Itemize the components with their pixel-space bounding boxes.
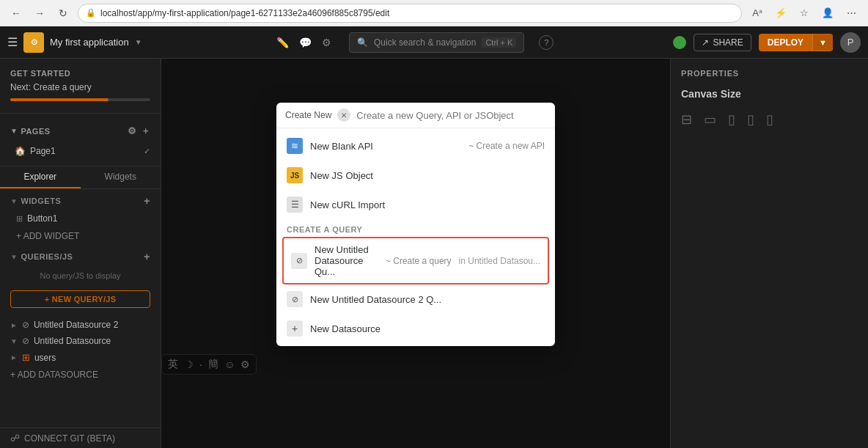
queries-subsection-header: ▼ QUERIES/JS + bbox=[0, 245, 161, 265]
size-mobile-large[interactable]: ▯ bbox=[747, 111, 754, 128]
queries-add-button[interactable]: + bbox=[144, 251, 150, 262]
new-curl-import-item[interactable]: ☰ New cURL Import bbox=[276, 190, 555, 219]
users-expand-icon: ► bbox=[10, 353, 18, 361]
search-icon: 🔍 bbox=[357, 37, 368, 48]
users-icon: ⊞ bbox=[22, 352, 30, 363]
widgets-section-label: WIDGETS bbox=[21, 197, 61, 205]
search-placeholder-text: Quick search & navigation bbox=[374, 37, 476, 48]
get-started-label: GET STARTED bbox=[0, 65, 161, 79]
datasource-untitled2-label: Untitled Datasource 2 bbox=[34, 320, 118, 330]
top-bar-left: ☰ ⊙ My first application ▼ bbox=[0, 32, 161, 53]
widgets-collapse-icon: ▼ bbox=[10, 197, 18, 205]
pages-section-icons: ⚙ + bbox=[126, 124, 150, 138]
pages-label: PAGES bbox=[21, 127, 50, 136]
modal-search-input[interactable] bbox=[356, 110, 546, 121]
page1-item[interactable]: 🏠 Page1 ✓ bbox=[0, 142, 161, 160]
lock-icon: 🔒 bbox=[86, 8, 96, 18]
datasource2-query-item[interactable]: ⊘ New Untitled Datasource 2 Q... bbox=[276, 284, 555, 314]
profile-icon[interactable]: 👤 bbox=[818, 4, 837, 23]
new-blank-api-desc: ~ Create a new API bbox=[468, 141, 545, 151]
emoji-icon[interactable]: 💬 bbox=[296, 34, 315, 51]
datasource-section: ► ⊘ Untitled Datasource 2 ▼ ⊘ Untitled D… bbox=[0, 312, 161, 388]
item1-label: New Untitled Datasource Qu... bbox=[315, 244, 375, 277]
share-label: SHARE bbox=[713, 37, 743, 48]
pages-settings-icon[interactable]: ⚙ bbox=[126, 124, 139, 138]
mobile-small-icon: ▯ bbox=[766, 111, 773, 128]
size-desktop-wide[interactable]: ⊟ bbox=[681, 111, 692, 128]
browser-chrome: ← → ↻ 🔒 localhost/app/my-first-applicati… bbox=[0, 0, 868, 26]
top-bar-center: ✏️ 💬 ⚙ 🔍 Quick search & navigation Ctrl … bbox=[161, 32, 666, 53]
search-shortcut-badge: Ctrl + K bbox=[482, 37, 516, 48]
refresh-button[interactable]: ↻ bbox=[54, 4, 72, 22]
widgets-subsection-expand[interactable]: ▼ WIDGETS bbox=[10, 197, 61, 205]
edit-icon[interactable]: ✏️ bbox=[273, 34, 292, 51]
help-button[interactable]: ? bbox=[539, 35, 553, 50]
create-new-modal: Create New ✕ ≋ New Blank API ~ Create a … bbox=[276, 103, 555, 346]
no-query-text: No query/JS to display bbox=[0, 265, 161, 286]
app-name: My first application bbox=[50, 37, 129, 48]
user-avatar[interactable]: P bbox=[840, 32, 861, 53]
new-query-button-label: + NEW QUERY/JS bbox=[45, 295, 117, 304]
deploy-button[interactable]: DEPLOY ▼ bbox=[759, 34, 833, 51]
widgets-tab-label: Widgets bbox=[105, 172, 136, 182]
datasource-query-item-highlighted[interactable]: ⊘ New Untitled Datasource Qu... ~ Create… bbox=[282, 237, 549, 284]
properties-title: PROPERTIES bbox=[681, 69, 858, 78]
new-query-button[interactable]: + NEW QUERY/JS bbox=[10, 290, 150, 308]
canvas-area: 英 ☽ · 簡 ☺ ⚙ Create New ✕ bbox=[161, 59, 670, 448]
modal-search-row: Create New ✕ bbox=[276, 103, 555, 128]
git-icon: ☍ bbox=[10, 433, 20, 444]
tab-explorer[interactable]: Explorer bbox=[0, 166, 81, 188]
left-sidebar: GET STARTED Next: Create a query ▼ PAGES bbox=[0, 59, 161, 448]
add-datasource-button[interactable]: + ADD DATASOURCE bbox=[0, 366, 161, 383]
font-size-icon[interactable]: Aᵃ bbox=[748, 4, 767, 23]
datasource-untitled2-item[interactable]: ► ⊘ Untitled Datasource 2 bbox=[0, 317, 161, 333]
user-initial: P bbox=[847, 37, 854, 48]
canvas-size-title: Canvas Size bbox=[681, 88, 858, 100]
new-blank-api-item[interactable]: ≋ New Blank API ~ Create a new API bbox=[276, 131, 555, 161]
settings-icon[interactable]: ⚙ bbox=[319, 34, 334, 51]
datasource-untitled-item[interactable]: ▼ ⊘ Untitled Datasource bbox=[0, 333, 161, 349]
add-widget-button[interactable]: + ADD WIDGET bbox=[0, 227, 161, 245]
button1-item[interactable]: ⊞ Button1 bbox=[0, 210, 161, 227]
modal-close-button[interactable]: ✕ bbox=[337, 109, 350, 122]
hamburger-icon[interactable]: ☰ bbox=[7, 35, 18, 49]
new-datasource-label: New Datasource bbox=[310, 323, 545, 334]
datasource-users-item[interactable]: ► ⊞ users bbox=[0, 349, 161, 366]
size-desktop[interactable]: ▭ bbox=[704, 111, 716, 128]
widgets-add-button[interactable]: + bbox=[144, 195, 150, 207]
main-area: GET STARTED Next: Create a query ▼ PAGES bbox=[0, 59, 868, 448]
back-button[interactable]: ← bbox=[7, 4, 25, 22]
more-icon[interactable]: ⋯ bbox=[842, 4, 861, 23]
app-logo: ⊙ bbox=[23, 32, 44, 53]
pages-section-expand[interactable]: ▼ PAGES bbox=[10, 127, 51, 136]
connect-git-bar[interactable]: ☍ CONNECT GIT (BETA) bbox=[0, 427, 161, 448]
deploy-chevron-icon[interactable]: ▼ bbox=[812, 34, 833, 51]
extension-icon[interactable]: ⚡ bbox=[771, 4, 790, 23]
url-bar[interactable]: 🔒 localhost/app/my-first-application/pag… bbox=[78, 4, 742, 23]
search-bar[interactable]: 🔍 Quick search & navigation Ctrl + K bbox=[349, 32, 524, 53]
size-mobile-small[interactable]: ▯ bbox=[766, 111, 773, 128]
forward-button[interactable]: → bbox=[31, 4, 48, 22]
new-js-object-item[interactable]: JS New JS Object bbox=[276, 161, 555, 190]
bookmark-icon[interactable]: ☆ bbox=[795, 4, 814, 23]
deploy-label: DEPLOY bbox=[759, 34, 812, 51]
desktop-icon: ▭ bbox=[704, 111, 716, 128]
url-text: localhost/app/my-first-application/page1… bbox=[100, 8, 389, 18]
create-new-label: Create New bbox=[285, 110, 331, 120]
ds1-icon: ⊘ bbox=[22, 336, 29, 346]
progress-bar-background bbox=[10, 98, 150, 101]
page1-item-left: 🏠 Page1 bbox=[15, 146, 56, 156]
share-button[interactable]: ↗ SHARE bbox=[694, 34, 751, 51]
ds1-expand-icon: ▼ bbox=[10, 337, 18, 345]
queries-subsection-expand[interactable]: ▼ QUERIES/JS bbox=[10, 252, 73, 261]
next-step-text: Next: Create a query bbox=[0, 79, 161, 95]
pages-add-icon[interactable]: + bbox=[141, 124, 150, 138]
datasource-untitled-label: Untitled Datasource bbox=[34, 336, 111, 346]
new-curl-import-label: New cURL Import bbox=[310, 199, 545, 210]
datasource2-icon: ⊘ bbox=[287, 291, 303, 307]
tab-widgets[interactable]: Widgets bbox=[81, 166, 161, 188]
add-widget-label: + ADD WIDGET bbox=[16, 231, 79, 241]
new-datasource-item[interactable]: + New Datasource bbox=[276, 314, 555, 343]
app-name-chevron-icon[interactable]: ▼ bbox=[135, 38, 142, 46]
size-tablet[interactable]: ▯ bbox=[728, 111, 735, 128]
